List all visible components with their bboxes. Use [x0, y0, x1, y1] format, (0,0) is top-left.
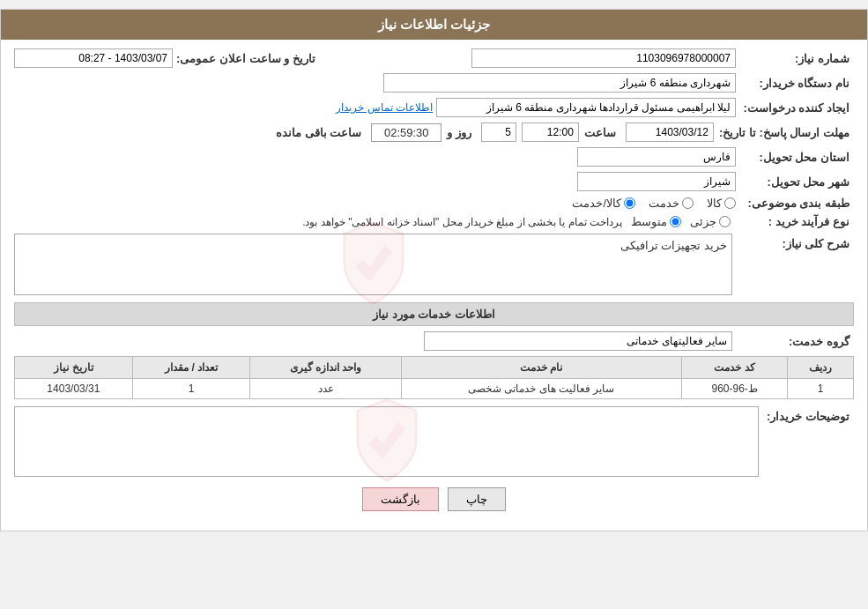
radio-kala-khadamat-item[interactable]: کالا/خدمت	[572, 197, 635, 210]
grohe-khadamat-input[interactable]	[424, 331, 732, 351]
watermark	[330, 219, 418, 310]
ostan-label: استان محل تحویل:	[739, 151, 854, 164]
nam-dastgah-label: نام دستگاه خریدار:	[739, 77, 854, 90]
radio-kala-khadamat-label: کالا/خدمت	[572, 197, 621, 210]
nam-dastgah-input[interactable]	[383, 73, 736, 93]
radio-khadamat-item[interactable]: خدمت	[649, 197, 694, 210]
ettelaat-tamas-link[interactable]: اطلاعات تماس خریدار	[336, 101, 433, 114]
sharh-area: خرید تجهیزات ترافیکی	[14, 234, 732, 295]
btn-bazgasht[interactable]: بازگشت	[362, 487, 439, 511]
shahr-label: شهر محل تحویل:	[739, 175, 854, 189]
radio-kala-khadamat[interactable]	[624, 197, 635, 209]
ostan-input[interactable]	[577, 147, 736, 167]
button-row: چاپ بازگشت	[14, 487, 854, 511]
radio-kala-label: کالا	[707, 197, 722, 210]
towzih-label: توضیحات خریدار:	[766, 406, 854, 423]
radio-kala-item[interactable]: کالا	[707, 197, 736, 210]
shomare-niaz-label: شماره نیاز:	[739, 52, 854, 65]
col-code: کد خدمت	[681, 357, 787, 379]
radio-jozii-label: جزئی	[690, 215, 716, 228]
tarikh-label: تاریخ و ساعت اعلان عمومی:	[176, 52, 320, 65]
tarikh-input[interactable]	[14, 48, 173, 68]
roz-label: روز و	[447, 126, 476, 139]
col-count: تعداد / مقدار	[132, 357, 250, 379]
grohe-khadamat-label: گروه خدمت:	[739, 335, 854, 348]
saat-input[interactable]	[522, 123, 579, 142]
col-unit: واحد اندازه گیری	[250, 357, 401, 379]
countdown-label: ساعت باقی مانده	[276, 126, 366, 139]
tabaqe-label: طبقه بندی موضوعی:	[739, 197, 854, 210]
towzih-area	[14, 406, 759, 477]
saat-label: ساعت	[584, 126, 620, 139]
btn-chap[interactable]: چاپ	[448, 487, 506, 511]
noe-farayand-label: نوع فرآیند خرید :	[739, 215, 854, 228]
col-name: نام خدمت	[401, 357, 681, 379]
radio-motavaset-item[interactable]: متوسط	[631, 215, 681, 228]
ijad-konande-label: ایجاد کننده درخواست:	[739, 101, 854, 115]
radio-jozii[interactable]	[719, 216, 731, 227]
radio-khadamat-label: خدمت	[649, 197, 679, 210]
mohlat-label: مهلت ارسال پاسخ: تا تاریخ:	[719, 126, 854, 139]
radio-motavaset[interactable]	[670, 216, 681, 227]
cell-date: 1403/03/31	[15, 379, 133, 399]
radio-kala[interactable]	[724, 197, 736, 209]
shahr-input[interactable]	[577, 172, 736, 191]
ijad-konande-input[interactable]	[436, 98, 736, 117]
radio-khadamat[interactable]	[682, 197, 694, 209]
cell-code: ط-96-960	[681, 379, 787, 399]
service-table: ردیف کد خدمت نام خدمت واحد اندازه گیری ت…	[14, 356, 854, 399]
cell-unit: عدد	[250, 379, 401, 399]
purchase-text: پرداخت تمام یا بخشی از مبلغ خریدار محل "…	[302, 216, 622, 228]
sharh-label: شرح کلی نیاز:	[739, 234, 854, 250]
countdown-box: 02:59:30	[371, 123, 441, 142]
sharh-value: خرید تجهیزات ترافیکی	[620, 239, 727, 252]
radio-jozii-item[interactable]: جزئی	[690, 215, 731, 228]
watermark2	[343, 397, 431, 487]
cell-name: سایر فعالیت های خدماتی شخصی	[401, 379, 681, 399]
radio-motavaset-label: متوسط	[631, 215, 667, 228]
page-header: جزئیات اطلاعات نیاز	[1, 10, 867, 40]
service-section-header: اطلاعات خدمات مورد نیاز	[14, 302, 854, 326]
header-title: جزئیات اطلاعات نیاز	[378, 17, 490, 32]
col-radif: ردیف	[788, 357, 854, 379]
cell-count: 1	[132, 379, 250, 399]
cell-radif: 1	[788, 379, 854, 399]
service-section-title: اطلاعات خدمات مورد نیاز	[373, 308, 495, 321]
countdown-value: 02:59:30	[384, 126, 429, 139]
shomare-niaz-input[interactable]	[471, 48, 736, 68]
roz-input[interactable]	[481, 123, 516, 142]
table-row: 1ط-96-960سایر فعالیت های خدماتی شخصیعدد1…	[15, 379, 854, 399]
col-date: تاریخ نیاز	[15, 357, 133, 379]
tabaqe-radio-group: کالا خدمت کالا/خدمت	[572, 197, 736, 210]
mohlat-date-input[interactable]	[626, 123, 714, 142]
